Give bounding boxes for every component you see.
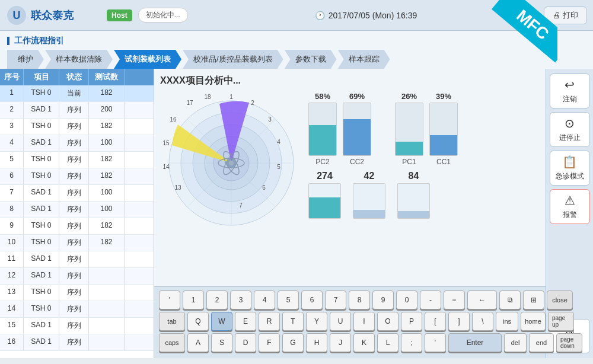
key-calc[interactable]: ⊞ [523, 290, 544, 309]
key-ins[interactable]: ins [496, 312, 518, 331]
key-1[interactable]: 1 [183, 290, 204, 309]
host-status: 初始化中... [138, 8, 188, 23]
col-item: 项目 [24, 69, 59, 85]
key-clipboard[interactable]: ⧉ [499, 290, 521, 309]
host-badge: Host [107, 9, 132, 21]
key-g[interactable]: G [282, 333, 304, 352]
key-w[interactable]: W [211, 312, 232, 331]
center-panel: XXXX项目分析中... 1 2 [154, 69, 546, 358]
bar-label-cc1: CC1 [436, 158, 451, 166]
table-row[interactable]: 1TSH 0当前182 [0, 85, 154, 102]
table-row[interactable]: 15SAD 1序列 [0, 318, 154, 334]
key-3[interactable]: 3 [230, 290, 251, 309]
print-button[interactable]: 🖨 打印 [544, 7, 587, 24]
key-d[interactable]: D [235, 333, 256, 352]
key-del[interactable]: del [504, 333, 527, 352]
stat-bar-84 [397, 183, 430, 219]
table-row[interactable]: 14TSH 0序列 [0, 301, 154, 318]
tab-参数下载[interactable]: 参数下载 [285, 50, 337, 69]
key-2[interactable]: 2 [206, 290, 228, 309]
stop-label: 进停止 [559, 133, 581, 143]
key-s[interactable]: S [211, 333, 232, 352]
tab-校准品[interactable]: 校准品/质控品装载列表 [183, 50, 283, 69]
workflow-title: 工作流程指引 [7, 36, 586, 46]
key-pageup[interactable]: page up [548, 312, 574, 331]
key-k[interactable]: K [353, 333, 375, 352]
key-f[interactable]: F [259, 333, 280, 352]
key-quote[interactable]: ' [425, 333, 446, 352]
key-rbracket[interactable]: ] [448, 312, 470, 331]
workflow-section: 工作流程指引 维护 样本数据清除 试剂装载列表 校准品/质控品装载列表 参数下载… [0, 31, 593, 69]
key-h[interactable]: H [306, 333, 327, 352]
key-j[interactable]: J [330, 333, 351, 352]
key-home[interactable]: home [521, 312, 546, 331]
key-tab[interactable]: tab [159, 312, 185, 331]
tab-样本数据清除[interactable]: 样本数据清除 [45, 50, 113, 69]
table-row[interactable]: 9TSH 0序列182 [0, 218, 154, 235]
tab-试剂装载列表[interactable]: 试剂装载列表 [114, 50, 181, 69]
key-0[interactable]: 0 [396, 290, 417, 309]
key-r[interactable]: R [259, 312, 280, 331]
key-4[interactable]: 4 [254, 290, 275, 309]
key-backslash[interactable]: \ [472, 312, 493, 331]
key-6[interactable]: 6 [301, 290, 323, 309]
key-o[interactable]: O [377, 312, 398, 331]
bar-item-pc2: 58% PC2 [308, 92, 337, 166]
key-a[interactable]: A [187, 333, 209, 352]
alarm-button[interactable]: ⚠ 报警 [550, 189, 590, 224]
logo-icon: U [6, 5, 27, 26]
table-row[interactable]: 12SAD 1序列 [0, 268, 154, 285]
key-i[interactable]: I [353, 312, 375, 331]
bar-item-cc2: 69% CC2 [343, 92, 371, 166]
key-l[interactable]: L [377, 333, 398, 352]
key-e[interactable]: E [235, 312, 256, 331]
key-apostrophe[interactable]: ' [159, 290, 180, 309]
bar-outer-cc1 [429, 103, 458, 156]
table-row[interactable]: 5TSH 0序列182 [0, 152, 154, 168]
table-row[interactable]: 8SAD 1序列100 [0, 202, 154, 218]
emergency-button[interactable]: 📋 急诊模式 [550, 151, 590, 186]
key-7[interactable]: 7 [325, 290, 346, 309]
key-p[interactable]: P [401, 312, 422, 331]
key-q[interactable]: Q [187, 312, 209, 331]
key-close[interactable]: close [547, 290, 573, 309]
svg-text:16: 16 [170, 116, 177, 123]
table-row[interactable]: 13TSH 0序列 [0, 285, 154, 301]
key-backspace[interactable]: ← [467, 290, 497, 309]
key-8[interactable]: 8 [349, 290, 370, 309]
table-row[interactable]: 11SAD 1序列 [0, 251, 154, 268]
key-equals[interactable]: = [444, 290, 465, 309]
table-row[interactable]: 7SAD 1序列100 [0, 185, 154, 202]
key-5[interactable]: 5 [278, 290, 299, 309]
key-end[interactable]: end [529, 333, 554, 352]
table-row[interactable]: 2SAD 1序列200 [0, 102, 154, 119]
logout-button[interactable]: ↩ 注销 [550, 74, 590, 108]
key-9[interactable]: 9 [372, 290, 394, 309]
header: U 联众泰克 Host 初始化中... 🕐 2017/07/05 (Mon) 1… [0, 0, 593, 31]
key-lbracket[interactable]: [ [425, 312, 446, 331]
table-row[interactable]: 4SAD 1序列100 [0, 135, 154, 152]
dial-svg: 1 2 3 4 5 6 7 18 17 16 15 14 13 [160, 92, 302, 234]
key-caps[interactable]: caps [159, 333, 185, 352]
key-u[interactable]: U [330, 312, 351, 331]
key-semicolon[interactable]: ; [401, 333, 422, 352]
svg-point-28 [229, 161, 234, 165]
key-minus[interactable]: - [420, 290, 441, 309]
svg-text:5: 5 [277, 164, 280, 170]
key-y[interactable]: Y [306, 312, 327, 331]
bar-outer-pc2 [308, 103, 337, 156]
key-enter[interactable]: Enter [448, 333, 502, 352]
logout-label: 注销 [563, 94, 577, 104]
emergency-label: 急诊模式 [556, 171, 584, 181]
table-row[interactable]: 6TSH 0序列182 [0, 168, 154, 185]
table-row[interactable]: 16SAD 1序列 [0, 334, 154, 351]
tab-维护[interactable]: 维护 [7, 50, 44, 69]
stop-button[interactable]: ⊙ 进停止 [550, 112, 590, 147]
table-row[interactable]: 3TSH 0序列182 [0, 119, 154, 135]
stat-bar-42 [353, 183, 385, 219]
tab-样本跟踪[interactable]: 样本跟踪 [338, 50, 390, 69]
bar-label-cc2: CC2 [350, 158, 364, 166]
key-t[interactable]: T [282, 312, 304, 331]
table-row[interactable]: 10TSH 0序列182 [0, 235, 154, 251]
key-pagedown[interactable]: page down [556, 333, 582, 352]
